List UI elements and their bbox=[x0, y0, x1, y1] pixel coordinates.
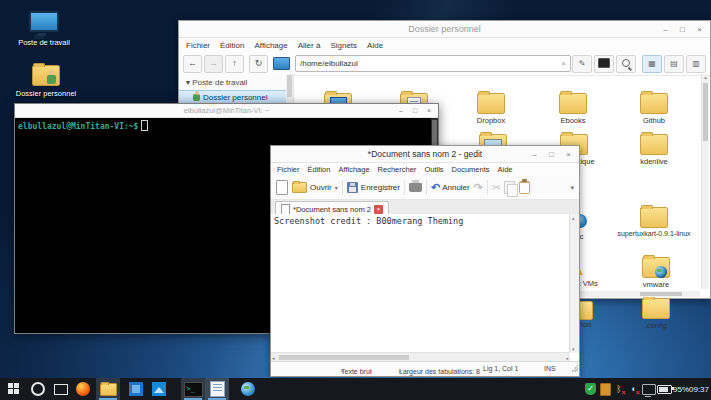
desktop-icon-label: Dossier personnel bbox=[15, 89, 77, 98]
tab-close-button[interactable]: × bbox=[374, 205, 383, 214]
taskbar-item-gedit[interactable] bbox=[205, 378, 229, 400]
folder-item-dropbox[interactable]: Dropbox bbox=[455, 93, 527, 125]
vertical-scrollbar[interactable]: ▴ bbox=[701, 74, 709, 289]
minimize-button[interactable]: – bbox=[394, 107, 408, 114]
copy-button[interactable] bbox=[504, 181, 515, 194]
clear-address-icon[interactable]: × bbox=[561, 59, 566, 68]
cursor-position-label: Lig 1, Col 1 bbox=[483, 365, 518, 372]
up-button[interactable]: ↑ bbox=[225, 55, 244, 73]
menu-edition[interactable]: Édition bbox=[220, 41, 244, 50]
tray-clipboard[interactable] bbox=[598, 378, 612, 400]
undo-button[interactable]: ↶ Annuler bbox=[431, 181, 470, 194]
tray-network[interactable] bbox=[641, 378, 656, 400]
terminal-titlebar[interactable]: elbullazul@MinTitan-VI: ~ – □ × bbox=[15, 104, 438, 118]
desktop-icon-home-folder[interactable]: Dossier personnel bbox=[15, 65, 77, 98]
open-button[interactable]: Ouvrir ▾ bbox=[292, 182, 338, 193]
tray-volume-muted[interactable]: ◖× bbox=[626, 378, 640, 400]
save-button[interactable]: Enregistrer bbox=[347, 182, 400, 193]
tray-battery[interactable] bbox=[656, 378, 672, 400]
menu-aller-a[interactable]: Aller à bbox=[298, 41, 321, 50]
close-button[interactable]: × bbox=[691, 25, 708, 34]
minimize-button[interactable]: – bbox=[526, 150, 543, 159]
photos-icon bbox=[152, 382, 166, 396]
folder-icon bbox=[640, 207, 668, 228]
taskbar-item-files[interactable] bbox=[96, 378, 120, 400]
menu-signets[interactable]: Signets bbox=[330, 41, 357, 50]
computer-location-icon[interactable] bbox=[273, 57, 290, 70]
document-text: Screenshot credit : B00merang Theming bbox=[274, 216, 463, 226]
new-document-button[interactable] bbox=[276, 180, 288, 195]
undo-icon: ↶ bbox=[431, 181, 440, 194]
icon-view-button[interactable]: ▦ bbox=[642, 55, 662, 73]
search-button[interactable] bbox=[616, 55, 636, 73]
folder-label-fragment[interactable]: non bbox=[579, 320, 592, 329]
folder-item-config[interactable]: .config bbox=[620, 298, 692, 330]
folder-icon bbox=[642, 298, 670, 319]
clock[interactable]: 09:37 bbox=[688, 378, 710, 400]
sidebar-item-computer[interactable]: ▾ Poste de travail bbox=[179, 74, 286, 90]
print-button[interactable] bbox=[409, 183, 422, 192]
folder-icon bbox=[559, 93, 587, 114]
gedit-titlebar[interactable]: *Document sans nom 2 - gedit – □ × bbox=[271, 146, 579, 163]
menu-edition[interactable]: Édition bbox=[308, 165, 331, 174]
menu-affichage[interactable]: Affichage bbox=[254, 41, 287, 50]
avatar-icon bbox=[193, 94, 200, 101]
folder-item-vmware[interactable]: vmware bbox=[620, 257, 692, 289]
folder-item-github[interactable]: Github bbox=[618, 93, 690, 125]
menu-outils[interactable]: Outils bbox=[424, 165, 443, 174]
toolbar-overflow-button[interactable]: ▾ bbox=[570, 184, 574, 192]
taskbar-item-terminal[interactable]: >_ bbox=[181, 378, 205, 400]
gedit-statusbar: Texte brut ▾ Largeur des tabulations: 8 … bbox=[271, 361, 579, 376]
folder-label-fragment[interactable]: x VMs bbox=[577, 279, 598, 288]
taskbar-item-firefox[interactable] bbox=[71, 378, 95, 400]
maximize-button[interactable]: □ bbox=[543, 150, 560, 159]
forward-button[interactable]: → bbox=[204, 55, 223, 73]
folder-item-supertuxkart[interactable]: supertuxkart-0.9.1-linux bbox=[592, 207, 711, 237]
menu-documents[interactable]: Documents bbox=[452, 165, 490, 174]
expander-icon[interactable]: ▾ bbox=[186, 78, 190, 87]
address-bar-input[interactable] bbox=[295, 55, 571, 72]
refresh-button[interactable]: ↻ bbox=[249, 55, 268, 73]
editor-vertical-scrollbar[interactable]: ▴▾ bbox=[569, 214, 579, 353]
tab-label: *Document sans nom 2 bbox=[293, 205, 371, 214]
menu-affichage[interactable]: Affichage bbox=[338, 165, 369, 174]
tray-bluetooth-disabled[interactable]: ᛒ× bbox=[612, 378, 626, 400]
file-manager-titlebar[interactable]: Dossier personnel – □ × bbox=[179, 21, 710, 38]
insert-mode-label: INS bbox=[544, 365, 556, 372]
menu-fichier[interactable]: Fichier bbox=[186, 41, 210, 50]
cut-button[interactable]: ✂ bbox=[492, 182, 500, 193]
desktop-icon-computer[interactable]: Poste de travail bbox=[13, 11, 75, 47]
menu-rechercher[interactable]: Rechercher bbox=[378, 165, 417, 174]
open-terminal-button[interactable] bbox=[594, 55, 614, 73]
taskbar-item-browser-globe[interactable] bbox=[236, 378, 260, 400]
document-icon bbox=[281, 204, 290, 215]
menu-aide[interactable]: Aide bbox=[367, 41, 383, 50]
list-view-button[interactable]: ▤ bbox=[664, 55, 684, 73]
tray-security-shield[interactable]: ✓ bbox=[583, 378, 598, 400]
close-button[interactable]: × bbox=[560, 150, 577, 159]
redo-button[interactable]: ↷ bbox=[474, 181, 483, 194]
maximize-button[interactable]: □ bbox=[674, 25, 691, 34]
close-button[interactable]: × bbox=[422, 107, 436, 114]
folder-item-ebooks[interactable]: Ebooks bbox=[537, 93, 609, 125]
back-button[interactable]: ← bbox=[183, 55, 202, 73]
folder-item-kdenlive[interactable]: kdenlive bbox=[618, 134, 690, 166]
text-editor-area[interactable]: Screenshot credit : B00merang Theming bbox=[271, 214, 570, 353]
compact-view-button[interactable]: ▥ bbox=[686, 55, 706, 73]
task-view-button[interactable] bbox=[49, 378, 73, 400]
resize-grip[interactable] bbox=[571, 365, 578, 372]
search-button[interactable] bbox=[26, 378, 50, 400]
edit-location-button[interactable]: ✎ bbox=[572, 55, 592, 73]
taskbar-item-store[interactable] bbox=[124, 378, 148, 400]
file-manager-menubar: Fichier Édition Affichage Aller à Signet… bbox=[179, 38, 710, 52]
paste-button[interactable] bbox=[519, 181, 530, 194]
taskbar-item-photos[interactable] bbox=[147, 378, 171, 400]
menu-fichier[interactable]: Fichier bbox=[277, 165, 300, 174]
maximize-button[interactable]: □ bbox=[408, 107, 422, 114]
gedit-toolbar: Ouvrir ▾ Enregistrer ↶ Annuler ↷ ✂ ▾ bbox=[271, 176, 579, 200]
start-button[interactable] bbox=[2, 378, 26, 400]
minimize-button[interactable]: – bbox=[657, 25, 674, 34]
open-folder-icon bbox=[292, 182, 307, 193]
menu-aide[interactable]: Aide bbox=[497, 165, 512, 174]
window-title: Dossier personnel bbox=[408, 24, 481, 34]
